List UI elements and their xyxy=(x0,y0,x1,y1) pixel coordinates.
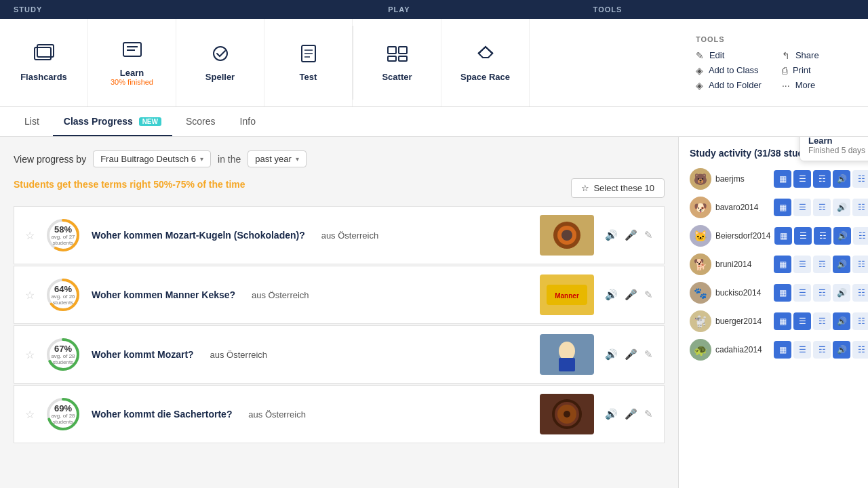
speller-icon-bavaro[interactable]: ☶ xyxy=(813,199,831,216)
space-race-label: Space Race xyxy=(460,72,510,82)
tab-info[interactable]: Info xyxy=(229,108,267,136)
edit-icon-t1[interactable]: ✎ xyxy=(644,229,653,241)
term-list: ☆ 58% avg. of 27students Woher kommen Mo… xyxy=(14,206,665,445)
flashcard-icon-bavaro[interactable]: ▦ xyxy=(774,199,791,216)
activity-icons-cadahia: ▦ ☰ ☶ 🔊 ☷ ⊞ ⇢ xyxy=(774,341,868,359)
edit-tool[interactable]: ✎ Edit xyxy=(696,50,762,61)
edit-icon-t4[interactable]: ✎ xyxy=(644,408,653,420)
add-class-tool[interactable]: ◈ Add to Class xyxy=(696,65,762,76)
mic-icon-t2[interactable]: 🎤 xyxy=(625,289,637,301)
term-content-t2: Woher kommen Manner Kekse? aus Österreic… xyxy=(92,289,529,300)
edit-icon: ✎ xyxy=(696,50,704,61)
learn-icon-cadahia[interactable]: ☰ xyxy=(793,341,811,359)
mic-icon-t1[interactable]: 🎤 xyxy=(625,229,637,241)
star-icon-t3[interactable]: ☆ xyxy=(25,348,35,361)
mic-icon-t3[interactable]: 🎤 xyxy=(625,348,637,361)
speller-icon-buckiso[interactable]: ☶ xyxy=(813,284,831,302)
test-button[interactable]: Test xyxy=(264,19,353,106)
edit-icon-t2[interactable]: ✎ xyxy=(644,289,653,301)
flashcard-icon-bei[interactable]: ▦ xyxy=(774,227,792,245)
add-folder-tool[interactable]: ◈ Add to Folder xyxy=(696,80,762,91)
tools-title: TOOLS xyxy=(696,35,848,43)
term-actions-t3: 🔊 🎤 ✎ xyxy=(605,348,653,361)
test-label: Test xyxy=(300,72,317,82)
highlight-bar: Students get these terms right 50%-75% o… xyxy=(14,179,245,190)
flashcard-icon-cadahia[interactable]: ▦ xyxy=(774,341,791,359)
audio-icon-bruni[interactable]: 🔊 xyxy=(833,256,850,273)
star-icon-t1[interactable]: ☆ xyxy=(25,229,35,242)
flashcard-icon-buerger[interactable]: ▦ xyxy=(774,312,791,330)
speller-button[interactable]: Speller xyxy=(176,19,264,106)
doc-icon-bei[interactable]: ☷ xyxy=(853,227,868,245)
star-icon-t2[interactable]: ☆ xyxy=(25,289,35,302)
term-answer-t1: aus Österreich xyxy=(321,230,379,241)
flashcard-icon-bruni[interactable]: ▦ xyxy=(774,256,791,273)
pct-t4: 69% xyxy=(54,403,72,413)
audio-icon-t4[interactable]: 🔊 xyxy=(605,408,618,420)
tab-list[interactable]: List xyxy=(14,108,50,136)
scatter-button[interactable]: Scatter xyxy=(353,19,441,106)
audio-icon-buerger[interactable]: 🔊 xyxy=(833,312,850,330)
term-question-t3: Woher kommt Mozart? xyxy=(92,349,194,360)
doc-icon-bruni[interactable]: ☷ xyxy=(852,256,868,273)
pct-t2: 64% xyxy=(54,284,72,294)
avatar-buerger: 🐩 xyxy=(690,310,711,332)
learn-icon-bruni[interactable]: ☰ xyxy=(793,256,811,273)
audio-icon-t3[interactable]: 🔊 xyxy=(605,348,618,361)
print-tool[interactable]: ⎙ Print xyxy=(782,65,848,76)
doc-icon-baerjms[interactable]: ☷ xyxy=(852,170,868,188)
select-these-10-button[interactable]: ☆ Select these 10 xyxy=(571,178,665,198)
audio-icon-buckiso[interactable]: 🔊 xyxy=(833,284,850,302)
learn-icon-bei[interactable]: ☰ xyxy=(794,227,812,245)
speller-icon xyxy=(210,44,231,68)
speller-icon-bei[interactable]: ☶ xyxy=(814,227,831,245)
share-label: Share xyxy=(795,50,819,60)
flashcard-icon-baerjms[interactable]: ▦ xyxy=(774,170,791,188)
scatter-label: Scatter xyxy=(382,72,412,82)
view-by-label: View progress by xyxy=(14,154,86,165)
term-question-t4: Woher kommt die Sachertorte? xyxy=(92,409,232,420)
flashcard-icon-buckiso[interactable]: ▦ xyxy=(774,284,791,302)
main-content: View progress by Frau Buitrago Deutsch 6… xyxy=(0,137,868,488)
study-bar: Flashcards Learn 30% finished Speller Te… xyxy=(0,19,868,107)
activity-icons-baerjms: ▦ ☰ ☶ Learn Finished 5 days ago 🔊 ☷ ⊞ ⇢ xyxy=(774,170,868,188)
learn-button[interactable]: Learn 30% finished xyxy=(88,19,176,106)
doc-icon-cadahia[interactable]: ☷ xyxy=(852,341,868,359)
chevron-down-icon: ▾ xyxy=(200,155,203,163)
speller-icon-cadahia[interactable]: ☶ xyxy=(813,341,831,359)
tab-scores[interactable]: Scores xyxy=(175,108,226,136)
learn-icon-bavaro[interactable]: ☰ xyxy=(793,199,811,216)
speller-icon-buerger[interactable]: ☶ xyxy=(813,312,831,330)
avatar-cadahia: 🐢 xyxy=(690,339,711,361)
star-icon-t4[interactable]: ☆ xyxy=(25,408,35,421)
space-race-button[interactable]: Space Race xyxy=(441,19,530,106)
activity-icons-buerger: ▦ ☰ ☶ 🔊 ☷ ⊞ ⇢ xyxy=(774,312,868,330)
learn-icon-buerger[interactable]: ☰ xyxy=(793,312,811,330)
audio-icon-t2[interactable]: 🔊 xyxy=(605,289,618,301)
doc-icon-buckiso[interactable]: ☷ xyxy=(852,284,868,302)
audio-icon-cadahia[interactable]: 🔊 xyxy=(833,341,850,359)
audio-icon-bei[interactable]: 🔊 xyxy=(833,227,851,245)
class-dropdown[interactable]: Frau Buitrago Deutsch 6 ▾ xyxy=(93,150,211,167)
doc-icon-buerger[interactable]: ☷ xyxy=(852,312,868,330)
more-tool[interactable]: ··· More xyxy=(782,80,848,91)
learn-icon-baerjms[interactable]: ☰ xyxy=(793,170,811,188)
edit-icon-t3[interactable]: ✎ xyxy=(644,348,653,361)
select-btn-label: Select these 10 xyxy=(593,183,654,193)
mic-icon-t4[interactable]: 🎤 xyxy=(625,408,637,420)
speller-icon-baerjms[interactable]: ☶ Learn Finished 5 days ago xyxy=(813,170,831,188)
audio-icon-baerjms[interactable]: 🔊 xyxy=(833,170,850,188)
learn-icon-buckiso[interactable]: ☰ xyxy=(793,284,811,302)
doc-icon-bavaro[interactable]: ☷ xyxy=(852,199,868,216)
time-dropdown[interactable]: past year ▾ xyxy=(248,150,306,167)
share-icon: ↰ xyxy=(782,50,790,61)
tools-grid: ✎ Edit ↰ Share ◈ Add to Class ⎙ Print ◈ … xyxy=(696,50,848,91)
tab-class-progress[interactable]: Class Progress NEW xyxy=(53,108,172,136)
speller-icon-bruni[interactable]: ☶ xyxy=(813,256,831,273)
audio-icon-t1[interactable]: 🔊 xyxy=(605,229,618,241)
student-name-cadahia: cadahia2014 xyxy=(715,345,770,354)
term-actions-t4: 🔊 🎤 ✎ xyxy=(605,408,653,420)
flashcards-button[interactable]: Flashcards xyxy=(0,19,88,106)
share-tool[interactable]: ↰ Share xyxy=(782,50,848,61)
audio-icon-bavaro[interactable]: 🔊 xyxy=(833,199,850,216)
